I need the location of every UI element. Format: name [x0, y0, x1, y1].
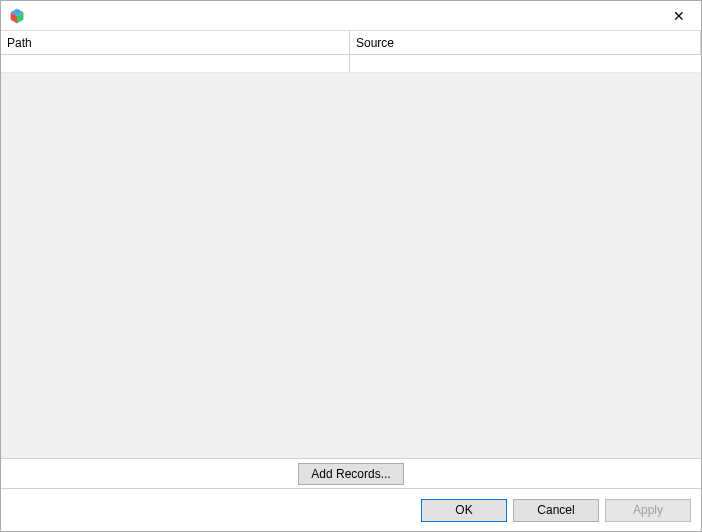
add-records-button[interactable]: Add Records... [298, 463, 403, 485]
titlebar: ✕ [1, 1, 701, 31]
table-row[interactable] [1, 55, 701, 73]
action-bar: Add Records... [1, 459, 701, 489]
column-header-path[interactable]: Path [1, 31, 350, 54]
close-button[interactable]: ✕ [656, 1, 701, 30]
app-icon [9, 8, 25, 24]
table-cell [350, 55, 701, 72]
table-header: Path Source [1, 31, 701, 55]
close-icon: ✕ [673, 8, 685, 24]
ok-button[interactable]: OK [421, 499, 507, 522]
dialog-window: ✕ Path Source Add Records... OK Cancel A… [0, 0, 702, 532]
cancel-button[interactable]: Cancel [513, 499, 599, 522]
column-header-label: Source [356, 36, 394, 50]
column-header-source[interactable]: Source [350, 31, 701, 54]
table-cell [1, 55, 350, 72]
table-body[interactable] [1, 55, 701, 459]
apply-button[interactable]: Apply [605, 499, 691, 522]
column-header-label: Path [7, 36, 32, 50]
dialog-footer: OK Cancel Apply [1, 489, 701, 531]
